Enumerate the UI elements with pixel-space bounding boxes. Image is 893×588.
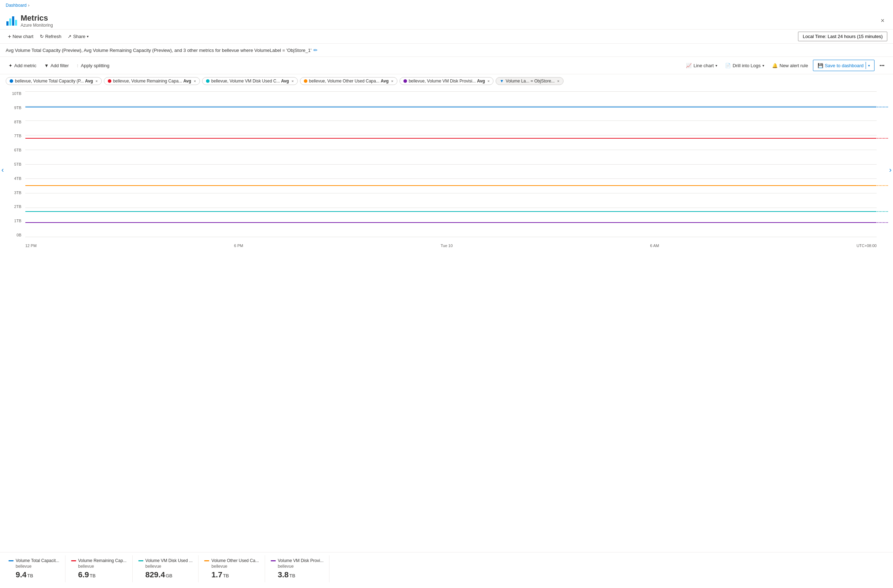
tags-row: bellevue, Volume Total Capacity (P... Av… [0, 74, 893, 88]
add-metric-button[interactable]: ✦ Add metric [6, 61, 39, 70]
tag-text-t5: bellevue, Volume VM Disk Provisi... Avg [409, 79, 485, 84]
tag-dot-t2 [108, 79, 111, 83]
chart-line-dashed-line5 [877, 222, 888, 223]
grid-line [25, 135, 876, 135]
drill-into-logs-button[interactable]: 📄 Drill into Logs ▾ [722, 61, 767, 70]
legend-sub-l4: bellevue [211, 564, 259, 569]
chart-line-line2 [25, 138, 876, 139]
legend-item-l5: Volume VM Disk Provi...bellevue3.8TB [265, 555, 330, 582]
svg-rect-1 [9, 18, 11, 26]
tag-remove-t3[interactable]: × [292, 79, 293, 83]
more-options-button[interactable]: ••• [876, 61, 887, 70]
tag-remove-t2[interactable]: × [194, 79, 196, 83]
line-chart-chevron: ▾ [716, 64, 717, 68]
legend-name-l5: Volume VM Disk Provi... [278, 558, 324, 563]
line-chart-label: Line chart [693, 63, 714, 68]
legend-name-l4: Volume Other Used Ca... [211, 558, 259, 563]
grid-line [25, 178, 876, 179]
edit-title-icon[interactable]: ✏ [313, 47, 318, 53]
tag-remove-t5[interactable]: × [487, 79, 490, 83]
drill-logs-label: Drill into Logs [732, 63, 761, 68]
tag-remove-t1[interactable]: × [95, 79, 98, 83]
new-chart-button[interactable]: + New chart [6, 32, 36, 41]
chart-inner [25, 92, 876, 237]
y-label: 4TB [6, 176, 24, 181]
legend-label-row-l5: Volume VM Disk Provi... [271, 558, 324, 563]
apply-splitting-label: Apply splitting [81, 63, 109, 68]
tag-filter-text-t6: Volume La... = ObjStore... [505, 79, 555, 84]
chart-line-dashed-line3 [877, 185, 888, 186]
x-label: 6 AM [650, 243, 659, 248]
tag-text-t4: bellevue, Volume Other Used Capa... Avg [309, 79, 389, 84]
logs-icon: 📄 [725, 63, 731, 68]
legend-sub-l1: bellevue [16, 564, 59, 569]
save-dashboard-label: Save to dashboard [825, 63, 863, 68]
chart-nav-right[interactable]: › [886, 163, 893, 177]
refresh-icon: ↻ [40, 34, 44, 39]
new-chart-label: New chart [12, 34, 33, 39]
actions-bar-right: 📈 Line chart ▾ 📄 Drill into Logs ▾ 🔔 New… [683, 60, 887, 71]
legend-label-row-l4: Volume Other Used Ca... [204, 558, 259, 563]
new-alert-label: New alert rule [780, 63, 808, 68]
legend-name-l2: Volume Remaining Cap... [78, 558, 127, 563]
tag-t4: bellevue, Volume Other Used Capa... Avg× [300, 77, 397, 85]
legend-item-l2: Volume Remaining Cap...bellevue6.9TB [65, 555, 133, 582]
tag-t5: bellevue, Volume VM Disk Provisi... Avg× [400, 77, 494, 85]
chart-area: 10TB9TB8TB7TB6TB5TB4TB3TB2TB1TB0B 12 PM6… [0, 88, 893, 552]
y-label: 2TB [6, 204, 24, 208]
legend-color-l1 [9, 560, 14, 561]
legend-unit-l2: TB [90, 573, 96, 578]
tag-text-t1: bellevue, Volume Total Capacity (P... Av… [15, 79, 93, 84]
legend-value-l2: 6.9TB [78, 570, 127, 579]
apply-splitting-button[interactable]: ⫶ Apply splitting [74, 61, 112, 70]
y-label: 6TB [6, 148, 24, 152]
tag-text-t2: bellevue, Volume Remaining Capa... Avg [113, 79, 191, 84]
refresh-label: Refresh [45, 34, 62, 39]
tag-t6: ▼Volume La... = ObjStore...× [496, 77, 563, 85]
legend-sub-l2: bellevue [78, 564, 127, 569]
breadcrumb-chevron: › [28, 3, 30, 8]
close-button[interactable]: × [878, 16, 887, 26]
save-to-dashboard-button[interactable]: 💾 Save to dashboard ▾ [813, 60, 875, 71]
legend-unit-l3: GB [166, 573, 173, 578]
grid-line [25, 193, 876, 194]
add-metric-icon: ✦ [9, 63, 12, 68]
new-alert-rule-button[interactable]: 🔔 New alert rule [769, 61, 811, 70]
breadcrumb-dashboard-link[interactable]: Dashboard [6, 3, 27, 8]
legend-name-l3: Volume VM Disk Used ... [146, 558, 193, 563]
legend-color-l3 [138, 560, 143, 561]
tag-dot-t1 [10, 79, 13, 83]
x-label: 12 PM [25, 243, 37, 248]
x-label: UTC+08:00 [856, 243, 876, 248]
y-label: 10TB [6, 92, 24, 96]
header-left: Metrics Azure Monitoring [6, 14, 53, 28]
header-title-group: Metrics Azure Monitoring [21, 14, 53, 28]
legend-unit-l4: TB [223, 573, 229, 578]
legend-unit-l1: TB [27, 573, 33, 578]
y-label: 9TB [6, 106, 24, 110]
add-filter-button[interactable]: ▼ Add filter [41, 61, 72, 70]
actions-bar: ✦ Add metric ▼ Add filter ⫶ Apply splitt… [0, 57, 893, 74]
page-title: Metrics [21, 14, 53, 23]
legend-label-row-l1: Volume Total Capacit... [9, 558, 59, 563]
toolbar-right: Local Time: Last 24 hours (15 minutes) [798, 32, 887, 41]
refresh-button[interactable]: ↻ Refresh [38, 32, 64, 40]
ellipsis-icon: ••• [879, 63, 884, 68]
legend-unit-l5: TB [289, 573, 295, 578]
legend-number-l5: 3.8 [278, 570, 289, 579]
grid-line [25, 208, 876, 208]
tag-dot-t3 [206, 79, 209, 83]
add-metric-label: Add metric [14, 63, 36, 68]
tag-remove-t4[interactable]: × [391, 79, 393, 83]
chart-nav-left[interactable]: ‹ [0, 163, 7, 177]
line-chart-button[interactable]: 📈 Line chart ▾ [683, 61, 720, 70]
chart-title-bar: Avg Volume Total Capacity (Preview), Avg… [0, 44, 893, 57]
chart-line-line4 [25, 211, 876, 212]
time-range-button[interactable]: Local Time: Last 24 hours (15 minutes) [798, 32, 887, 41]
tag-remove-t6[interactable]: × [557, 79, 559, 83]
share-button[interactable]: ↗ Share ▾ [65, 32, 91, 40]
legend-color-l2 [71, 560, 76, 561]
legend-name-l1: Volume Total Capacit... [16, 558, 59, 563]
legend: Volume Total Capacit...bellevue9.4TBVolu… [0, 552, 893, 588]
legend-item-l3: Volume VM Disk Used ...bellevue829.4GB [133, 555, 199, 582]
